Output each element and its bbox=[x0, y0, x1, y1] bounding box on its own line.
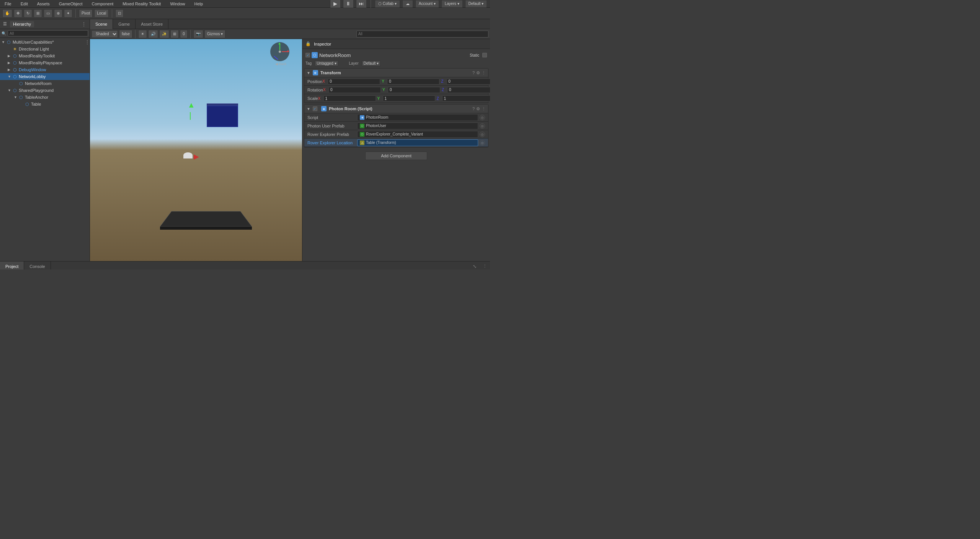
bottom-tabs-bar: Project Console ⤡ ⋮ bbox=[0, 261, 490, 270]
add-component-button[interactable]: Add Component bbox=[365, 152, 427, 160]
layer-dropdown[interactable]: Default ▾ bbox=[362, 60, 381, 66]
gizmos-btn[interactable]: Gizmos ▾ bbox=[204, 30, 226, 38]
menu-edit[interactable]: Edit bbox=[19, 2, 29, 6]
layout-button[interactable]: Default ▾ bbox=[465, 0, 487, 8]
hierarchy-more[interactable]: ⋮ bbox=[81, 21, 87, 27]
transform-more-icon[interactable]: ⋮ bbox=[482, 70, 486, 75]
photon-user-prefab-field[interactable]: ⬡ PhotonUser bbox=[357, 122, 478, 129]
rover-explorer-pick-btn[interactable]: ◎ bbox=[480, 132, 485, 137]
scene-btn1[interactable]: ⊞ bbox=[170, 30, 179, 38]
photon-expand-icon: ▼ bbox=[307, 107, 310, 111]
rover-location-pick-btn[interactable]: ◎ bbox=[480, 140, 485, 145]
photon-more-icon[interactable]: ⋮ bbox=[482, 106, 486, 111]
tab-scene[interactable]: Scene bbox=[90, 19, 113, 29]
object-header: ⬡ NetworkRoom Static bbox=[304, 51, 488, 60]
2d-button[interactable]: false bbox=[119, 30, 132, 38]
rotation-y-input[interactable]: 0 bbox=[388, 87, 440, 93]
position-x-input[interactable]: 0 bbox=[328, 78, 380, 85]
list-item[interactable]: ☀ Directional Light bbox=[0, 46, 90, 52]
list-item[interactable]: ▶ ⬡ MixedRealityPlayspace bbox=[0, 59, 90, 66]
static-checkbox[interactable] bbox=[482, 53, 487, 57]
rotate-tool[interactable]: ↻ bbox=[24, 9, 32, 18]
scene-gizmo[interactable]: ◀ Back bbox=[270, 42, 291, 63]
bottom-more-btn[interactable]: ⋮ bbox=[480, 264, 490, 269]
tab-project[interactable]: Project bbox=[0, 261, 24, 270]
menu-help[interactable]: Help bbox=[193, 2, 205, 6]
position-z-input[interactable]: 0 bbox=[446, 78, 490, 85]
scene-search-input[interactable] bbox=[356, 31, 488, 38]
camera-btn[interactable]: 📷 bbox=[193, 30, 203, 38]
layers-button[interactable]: Layers ▾ bbox=[441, 0, 463, 8]
list-item[interactable]: ▶ ⬡ MixedRealityToolkit bbox=[0, 52, 90, 59]
photon-room-component: ▼ ◈ Photon Room (Script) ? ⚙ ⋮ bbox=[304, 104, 488, 147]
transform-tool[interactable]: ⊕ bbox=[54, 9, 62, 18]
object-name[interactable]: NetworkRoom bbox=[319, 52, 468, 58]
scale-z-input[interactable]: 1 bbox=[442, 95, 490, 101]
local-button[interactable]: Local bbox=[94, 9, 109, 18]
photon-user-pick-btn[interactable]: ◎ bbox=[480, 123, 485, 129]
transform-settings-icon[interactable]: ⚙ bbox=[476, 70, 480, 75]
step-button[interactable]: ⏭ bbox=[356, 0, 367, 8]
list-item[interactable]: ▼ ⬡ NetworkLobby bbox=[0, 73, 90, 80]
scale-x-input[interactable]: 1 bbox=[323, 95, 376, 101]
list-item[interactable]: ▶ ⬡ DebugWindow bbox=[0, 66, 90, 73]
back-label[interactable]: ◀ Back bbox=[270, 62, 291, 66]
hierarchy-tab[interactable]: Hierarchy bbox=[10, 21, 34, 27]
shading-dropdown[interactable]: Shaded bbox=[91, 30, 118, 38]
hierarchy-search-input[interactable] bbox=[8, 30, 88, 36]
menu-assets[interactable]: Assets bbox=[36, 2, 51, 6]
audio-btn[interactable]: 🔊 bbox=[148, 30, 158, 38]
photon-actions: ? ⚙ ⋮ bbox=[472, 106, 486, 111]
lock-icon[interactable]: 🔒 bbox=[305, 41, 311, 46]
menu-file[interactable]: File bbox=[3, 2, 13, 6]
rotation-x-input[interactable]: 0 bbox=[328, 87, 381, 93]
rover-location-field[interactable]: △ Table (Transform) bbox=[357, 139, 478, 146]
move-tool[interactable]: ✥ bbox=[14, 9, 22, 18]
tag-dropdown[interactable]: Untagged ▾ bbox=[315, 60, 338, 66]
list-item[interactable]: ⬡ NetworkRoom bbox=[0, 80, 90, 87]
pause-button[interactable]: ⏸ bbox=[343, 0, 354, 8]
scene-btn2[interactable]: 0 bbox=[180, 30, 188, 38]
scale-y-input[interactable]: 1 bbox=[383, 95, 435, 101]
pivot-button[interactable]: Pivot bbox=[79, 9, 93, 18]
scene-viewport[interactable]: ◀ Back ▲ ▶ bbox=[90, 39, 302, 261]
fx-btn[interactable]: ✨ bbox=[159, 30, 169, 38]
extra-tool[interactable]: ⊡ bbox=[115, 9, 124, 18]
photon-enabled-cb[interactable] bbox=[313, 106, 317, 111]
transform-title-row[interactable]: ▼ ⊕ Transform ? ⚙ ⋮ bbox=[304, 69, 488, 77]
tab-game[interactable]: Game bbox=[113, 19, 136, 29]
inspector-tab[interactable]: Inspector bbox=[311, 41, 334, 47]
tab-asset-store[interactable]: Asset Store bbox=[136, 19, 168, 29]
menu-mixed-reality-toolkit[interactable]: Mixed Reality Toolkit bbox=[121, 2, 162, 6]
list-item[interactable]: ▼ ⬡ MultiUserCapabilities* ⋮ bbox=[0, 39, 90, 46]
photon-settings-icon[interactable]: ⚙ bbox=[476, 106, 480, 111]
rover-location-value: Table (Transform) bbox=[366, 140, 396, 145]
bottom-maximize-btn[interactable]: ⤡ bbox=[470, 264, 480, 269]
list-item[interactable]: ⬡ Table bbox=[0, 101, 90, 108]
script-pick-btn[interactable]: ◎ bbox=[480, 115, 485, 120]
position-y-input[interactable]: 0 bbox=[387, 78, 439, 85]
account-button[interactable]: Account ▾ bbox=[415, 0, 439, 8]
transform-help-icon[interactable]: ? bbox=[472, 70, 475, 75]
scene-green-arrow: ▲ bbox=[188, 101, 195, 109]
custom-tool[interactable]: ✦ bbox=[64, 9, 72, 18]
collab-button[interactable]: ⬡ Collab ▾ bbox=[375, 0, 400, 8]
lighting-btn[interactable]: ☀ bbox=[138, 30, 147, 38]
script-ref-field[interactable]: ◈ PhotonRoom bbox=[357, 114, 478, 121]
menu-gameobject[interactable]: GameObject bbox=[57, 2, 84, 6]
rect-tool[interactable]: ▭ bbox=[44, 9, 52, 18]
tab-console[interactable]: Console bbox=[24, 261, 51, 270]
list-item[interactable]: ▼ ⬡ SharedPlayground bbox=[0, 87, 90, 94]
menu-component[interactable]: Component bbox=[90, 2, 115, 6]
rotation-z-input[interactable]: 0 bbox=[447, 87, 490, 93]
scale-tool[interactable]: ⊞ bbox=[34, 9, 42, 18]
photon-help-icon[interactable]: ? bbox=[472, 106, 475, 111]
enabled-checkbox[interactable] bbox=[305, 53, 310, 57]
play-button[interactable]: ▶ bbox=[330, 0, 341, 8]
hand-tool[interactable]: ✋ bbox=[2, 9, 12, 18]
photon-room-title-row[interactable]: ▼ ◈ Photon Room (Script) ? ⚙ ⋮ bbox=[304, 105, 488, 113]
rover-explorer-prefab-field[interactable]: ⬡ RoverExplorer_Complete_Variant bbox=[357, 131, 478, 138]
list-item[interactable]: ▼ ⬡ TableAnchor bbox=[0, 94, 90, 101]
menu-window[interactable]: Window bbox=[168, 2, 186, 6]
cloud-button[interactable]: ☁ bbox=[402, 0, 413, 8]
